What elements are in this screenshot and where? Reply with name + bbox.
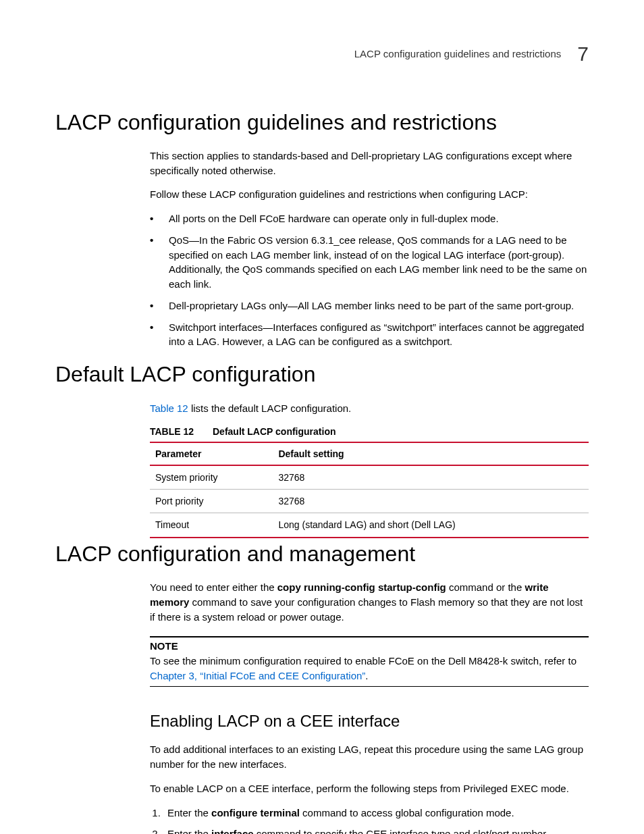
list-item: QoS—In the Fabric OS version 6.3.1_cee r…	[150, 233, 589, 292]
chapter-reference-link[interactable]: Chapter 3, “Initial FCoE and CEE Configu…	[150, 670, 365, 681]
heading-enabling-lacp: Enabling LACP on a CEE interface	[150, 710, 589, 733]
table-row: Port priority 32768	[150, 490, 589, 513]
list-item: Dell-proprietary LAGs only—All LAG membe…	[150, 298, 589, 313]
text: command to access global configuration m…	[300, 807, 514, 818]
text: Enter the	[167, 807, 211, 818]
note-label: NOTE	[150, 639, 589, 654]
running-header: LACP configuration guidelines and restri…	[55, 39, 589, 69]
heading-lacp-management: LACP configuration and management	[55, 538, 589, 569]
heading-lacp-guidelines: LACP configuration guidelines and restri…	[55, 107, 589, 138]
section2-body: Table 12 lists the default LACP configur…	[150, 401, 589, 538]
paragraph: To add additional interfaces to an exist…	[150, 742, 589, 772]
table-row: System priority 32768	[150, 465, 589, 490]
text: You need to enter either the	[150, 581, 277, 593]
step-item: Enter the interface command to specify t…	[163, 827, 589, 834]
cell: 32768	[273, 465, 589, 490]
steps-list: Enter the configure terminal command to …	[150, 806, 589, 834]
text: Enter the	[167, 828, 211, 834]
note-rule-bottom	[150, 686, 589, 687]
cell: Port priority	[150, 490, 273, 513]
paragraph: You need to enter either the copy runnin…	[150, 580, 589, 624]
text: command to save your configuration chang…	[150, 596, 583, 623]
command-text: copy running-config startup-config	[277, 581, 446, 593]
note-block: NOTE To see the minimum configuration re…	[150, 636, 589, 686]
cell: Long (standard LAG) and short (Dell LAG)	[273, 513, 589, 538]
text: To see the minimum configuration require…	[150, 655, 576, 667]
text: lists the default LACP configuration.	[188, 402, 352, 414]
cell: Timeout	[150, 513, 273, 538]
command-text: interface	[211, 828, 254, 834]
page: LACP configuration guidelines and restri…	[0, 0, 644, 834]
text: .	[365, 670, 368, 681]
paragraph: This section applies to standards-based …	[150, 149, 589, 178]
paragraph: To enable LACP on a CEE interface, perfo…	[150, 781, 589, 796]
col-header-parameter: Parameter	[150, 442, 273, 465]
chapter-number: 7	[577, 39, 589, 69]
command-text: configure terminal	[211, 807, 300, 818]
table-title: Default LACP configuration	[213, 426, 336, 437]
note-body: To see the minimum configuration require…	[150, 654, 589, 683]
step-item: Enter the configure terminal command to …	[163, 806, 589, 820]
table-label: TABLE 12	[150, 426, 194, 437]
table-caption: TABLE 12 Default LACP configuration	[150, 425, 589, 438]
text: command to specify the CEE interface typ…	[254, 828, 549, 834]
guidelines-list: All ports on the Dell FCoE hardware can …	[150, 211, 589, 349]
paragraph: Table 12 lists the default LACP configur…	[150, 401, 589, 416]
paragraph: Follow these LACP configuration guidelin…	[150, 187, 589, 202]
heading-default-lacp: Default LACP configuration	[55, 359, 589, 390]
table-row: Timeout Long (standard LAG) and short (D…	[150, 513, 589, 538]
cell: 32768	[273, 490, 589, 513]
cell: System priority	[150, 465, 273, 490]
table-reference-link[interactable]: Table 12	[150, 402, 188, 414]
default-lacp-table: Parameter Default setting System priorit…	[150, 442, 589, 538]
list-item: All ports on the Dell FCoE hardware can …	[150, 211, 589, 226]
note-rule-top	[150, 636, 589, 637]
section3-body: You need to enter either the copy runnin…	[150, 580, 589, 834]
section1-body: This section applies to standards-based …	[150, 149, 589, 349]
col-header-default: Default setting	[273, 442, 589, 465]
running-title: LACP configuration guidelines and restri…	[354, 47, 562, 61]
text: command or the	[446, 581, 525, 593]
list-item: Switchport interfaces—Interfaces configu…	[150, 320, 589, 350]
